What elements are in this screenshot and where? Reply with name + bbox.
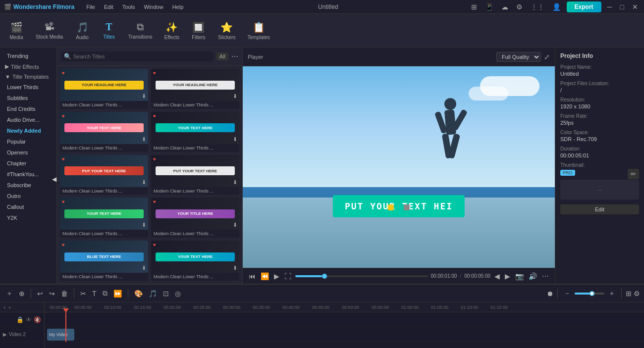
download-icon-9[interactable]: ⬇: [142, 265, 146, 271]
lock-icon[interactable]: 🔒: [16, 316, 24, 323]
device-icon[interactable]: 📱: [483, 2, 495, 12]
sidebar-title-templates[interactable]: ▼ Title Templates: [0, 72, 56, 82]
play-icon[interactable]: ▶: [273, 271, 280, 281]
menu-edit[interactable]: Edit: [100, 3, 117, 11]
snapshot-icon[interactable]: 📷: [514, 271, 525, 281]
filter-button[interactable]: All: [216, 52, 228, 60]
sidebar-item-lower-thirds[interactable]: Lower Thirds: [0, 82, 56, 93]
menu-help[interactable]: Help: [168, 3, 188, 11]
progress-bar[interactable]: [295, 275, 428, 277]
monitor-icon[interactable]: ⊞: [469, 2, 479, 12]
progress-handle[interactable]: [322, 274, 327, 279]
skip-back-icon[interactable]: ⏮: [248, 271, 257, 281]
user-avatar[interactable]: 👤: [550, 2, 563, 12]
color-icon[interactable]: 🎨: [132, 289, 145, 298]
sidebar-item-y2k[interactable]: Y2K: [0, 212, 56, 223]
sidebar-title-effects[interactable]: ▶ Title Effects: [0, 61, 56, 72]
download-icon-8[interactable]: ⬇: [233, 222, 237, 228]
sidebar-item-openers[interactable]: Openers: [0, 147, 56, 158]
layout-icon[interactable]: ⊞: [626, 290, 632, 298]
sidebar-item-audio-drive[interactable]: Audio Drive...: [0, 114, 56, 125]
sidebar-item-subscribe[interactable]: Subscribe: [0, 180, 56, 191]
toolbar-templates[interactable]: 📋 Templates: [243, 18, 275, 43]
more-controls-icon[interactable]: ⋯: [541, 271, 550, 281]
menu-window[interactable]: Window: [140, 3, 167, 11]
heart-icon-1[interactable]: ♥: [62, 70, 65, 76]
quality-select[interactable]: Full Quality: [496, 52, 541, 62]
download-icon-7[interactable]: ⬇: [142, 222, 146, 228]
download-icon-10[interactable]: ⬇: [233, 265, 237, 271]
maximize-icon[interactable]: □: [618, 2, 626, 12]
collapse-sidebar-btn[interactable]: ◀: [52, 174, 57, 184]
heart-icon-3[interactable]: ♥: [62, 113, 65, 119]
toolbar-titles[interactable]: T Titles: [97, 18, 121, 43]
add-video-track-icon[interactable]: +: [3, 304, 6, 310]
download-icon-4[interactable]: ⬇: [233, 136, 237, 143]
download-icon-5[interactable]: ⬇: [142, 179, 146, 186]
grid-icon[interactable]: ⋮⋮: [529, 2, 546, 12]
timeline-settings-icon[interactable]: ⚙: [634, 290, 640, 298]
heart-icon-5[interactable]: ♥: [62, 156, 65, 162]
template-card-9[interactable]: ♥ BLUE TEXT HERE ⬇ Modern Clean Lower Th…: [60, 241, 148, 281]
undo-icon[interactable]: ↩: [35, 289, 45, 298]
cloud-icon[interactable]: ☁: [499, 2, 510, 12]
track-expand-icon[interactable]: ▶: [3, 332, 7, 337]
settings-icon[interactable]: ⚙: [514, 2, 525, 12]
mute-icon[interactable]: 🔇: [34, 316, 41, 323]
speed-icon[interactable]: ⏩: [111, 289, 124, 298]
toolbar-media[interactable]: 🎬 Media: [4, 18, 29, 43]
sidebar-item-callout[interactable]: Callout: [0, 201, 56, 212]
more-options-icon[interactable]: ⋯: [231, 52, 238, 60]
search-input[interactable]: [73, 53, 211, 59]
sidebar-item-thankyou[interactable]: #ThankYou...: [0, 169, 56, 180]
preview-expand-icon[interactable]: ⤢: [544, 53, 550, 61]
heart-icon-6[interactable]: ♥: [153, 156, 156, 162]
sidebar-item-end-credits[interactable]: End Credits: [0, 103, 56, 114]
zoom-in-icon[interactable]: ＋: [606, 288, 617, 299]
template-card-8[interactable]: ♥ YOUR TITLE HERE ⬇ Modern Clean Lower T…: [151, 198, 239, 238]
sidebar-item-subtitles[interactable]: Subtitles: [0, 93, 56, 103]
download-icon-1[interactable]: ⬇: [142, 93, 146, 99]
volume-icon[interactable]: 🔊: [528, 271, 538, 281]
delete-icon[interactable]: 🗑: [59, 289, 70, 298]
toolbar-stock-media[interactable]: 📽 Stock Media: [31, 18, 68, 43]
template-card-7[interactable]: ♥ YOUR TEXT HERE ⬇ Modern Clean Lower Th…: [60, 198, 148, 238]
toolbar-effects[interactable]: ✨ Effects: [160, 18, 184, 43]
sidebar-item-newly-added[interactable]: Newly Added: [0, 125, 56, 136]
heart-icon-9[interactable]: ♥: [62, 242, 65, 248]
eye-icon[interactable]: 👁: [26, 316, 32, 323]
toolbar-stickers[interactable]: ⭐ Stickers: [213, 18, 241, 43]
download-icon-2[interactable]: ⬇: [233, 93, 237, 99]
menu-file[interactable]: File: [82, 3, 99, 11]
template-card-2[interactable]: ♥ YOUR HEADLINE HERE ⬇ Modern Clean Lowe…: [151, 69, 239, 109]
minimize-icon[interactable]: ─: [605, 2, 614, 12]
heart-icon-8[interactable]: ♥: [153, 199, 156, 204]
download-icon-6[interactable]: ⬇: [233, 179, 237, 186]
template-card-3[interactable]: ♥ YOUR TEXT HERE ⬇ Modern Clean Lower Th…: [60, 112, 148, 152]
zoom-out-icon[interactable]: －: [562, 288, 573, 299]
stabilize-icon[interactable]: ⊡: [161, 289, 171, 298]
menu-tools[interactable]: Tools: [118, 3, 139, 11]
toolbar-transitions[interactable]: ⧉ Transitions: [123, 18, 158, 43]
sidebar-item-outro[interactable]: Outro: [0, 191, 56, 201]
heart-icon-2[interactable]: ♥: [153, 70, 156, 76]
export-button[interactable]: Export: [567, 1, 601, 12]
cut-icon[interactable]: ✂: [78, 289, 88, 298]
next-frame-icon[interactable]: ▶: [504, 271, 511, 281]
audio-adj-icon[interactable]: 🎵: [147, 289, 159, 298]
add-media-icon[interactable]: ＋: [4, 288, 15, 299]
magnet-icon[interactable]: ⊕: [17, 289, 27, 298]
thumbnail-edit-icon[interactable]: ✏: [628, 169, 639, 179]
template-card-10[interactable]: ♥ YOUR TEXT HERE ⬇ Modern Clean Lower Th…: [151, 241, 239, 281]
sidebar-item-chapter[interactable]: Chapter: [0, 158, 56, 169]
toolbar-filters[interactable]: 🔲 Filters: [186, 18, 211, 43]
text-icon[interactable]: T: [90, 289, 99, 298]
record-icon[interactable]: ⏺: [546, 290, 553, 298]
edit-button[interactable]: Edit: [560, 204, 639, 214]
template-card-5[interactable]: ♥ PUT YOUR TEXT HERE ⬇ Modern Clean Lowe…: [60, 155, 148, 195]
crop-icon[interactable]: ⧉: [101, 288, 109, 298]
zoom-slider[interactable]: [575, 293, 604, 295]
redo-icon[interactable]: ↪: [47, 289, 57, 298]
heart-icon-7[interactable]: ♥: [62, 199, 65, 204]
lens-icon[interactable]: ◎: [173, 289, 183, 298]
